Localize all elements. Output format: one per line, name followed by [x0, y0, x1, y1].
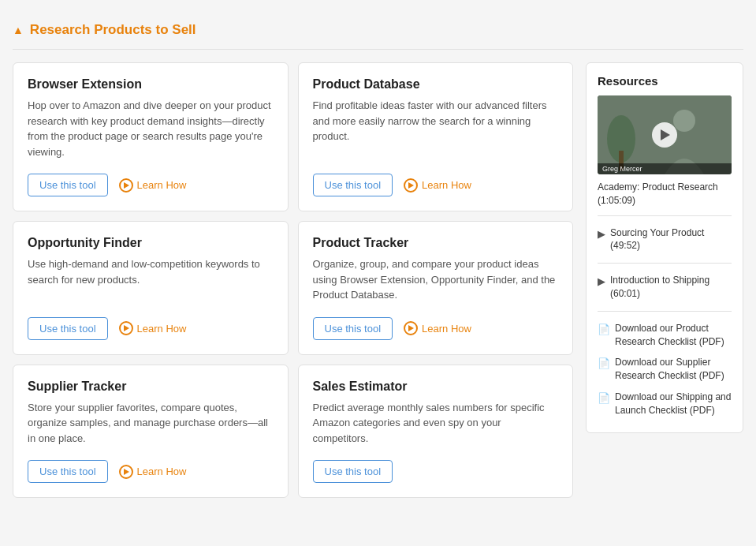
tool-card-opportunity-finder: Opportunity Finder Use high-demand and l…	[13, 221, 289, 355]
learn-how-link-product-database[interactable]: Learn How	[404, 178, 471, 193]
section-header: ▲ Research Products to Sell	[13, 13, 743, 50]
resource-label-product-checklist: Download our Product Research Checklist …	[615, 322, 732, 349]
tool-desc-product-tracker: Organize, group, and compare your produc…	[313, 256, 559, 303]
resource-label-sourcing: Sourcing Your Product (49:52)	[610, 226, 732, 253]
resource-item-supplier-checklist[interactable]: 📄 Download our Supplier Research Checkli…	[598, 352, 732, 387]
tools-grid: Browser Extension Hop over to Amazon and…	[13, 62, 573, 498]
divider-2	[598, 263, 732, 264]
chevron-up-icon[interactable]: ▲	[13, 24, 24, 36]
tool-desc-browser-extension: Hop over to Amazon and dive deeper on yo…	[28, 98, 274, 159]
tool-card-browser-extension: Browser Extension Hop over to Amazon and…	[13, 62, 289, 211]
svg-point-1	[673, 110, 695, 132]
use-tool-button-opportunity-finder[interactable]: Use this tool	[28, 317, 108, 340]
sidebar: Resources	[586, 62, 743, 498]
tool-card-product-tracker: Product Tracker Organize, group, and com…	[298, 221, 574, 355]
tool-actions-product-tracker: Use this tool Learn How	[313, 317, 559, 340]
divider-3	[598, 311, 732, 312]
tool-card-sales-estimator: Sales Estimator Predict average monthly …	[298, 365, 574, 499]
tool-actions-opportunity-finder: Use this tool Learn How	[28, 317, 274, 340]
use-tool-button-supplier-tracker[interactable]: Use this tool	[28, 460, 108, 483]
play-icon-product-tracker	[404, 321, 418, 335]
pdf-icon-product-checklist: 📄	[598, 323, 610, 337]
resources-title: Resources	[598, 74, 732, 88]
tool-actions-browser-extension: Use this tool Learn How	[28, 174, 274, 196]
page-wrapper: ▲ Research Products to Sell Browser Exte…	[0, 0, 756, 546]
video-thumbnail[interactable]: Greg Mercer	[598, 95, 732, 174]
tool-title-opportunity-finder: Opportunity Finder	[28, 236, 274, 250]
play-circle-icon-shipping: ▶	[598, 275, 605, 289]
use-tool-button-product-database[interactable]: Use this tool	[313, 174, 393, 196]
learn-how-link-opportunity-finder[interactable]: Learn How	[119, 321, 187, 335]
play-icon-opportunity-finder	[119, 321, 133, 335]
tool-title-product-tracker: Product Tracker	[313, 236, 559, 250]
resource-item-sourcing[interactable]: ▶ Sourcing Your Product (49:52)	[598, 223, 732, 257]
video-label-bar: Greg Mercer	[598, 163, 732, 174]
tool-title-sales-estimator: Sales Estimator	[313, 380, 559, 394]
video-caption: Academy: Product Research (1:05:09)	[598, 181, 732, 208]
learn-how-link-product-tracker[interactable]: Learn How	[404, 321, 471, 335]
tool-card-product-database: Product Database Find profitable ideas f…	[298, 62, 574, 211]
use-tool-button-browser-extension[interactable]: Use this tool	[28, 174, 108, 196]
resource-item-launch-checklist[interactable]: 📄 Download our Shipping and Launch Check…	[598, 387, 732, 421]
play-circle-icon-sourcing: ▶	[598, 227, 605, 241]
resource-item-product-checklist[interactable]: 📄 Download our Product Research Checklis…	[598, 318, 732, 353]
tool-desc-opportunity-finder: Use high-demand and low-competition keyw…	[28, 256, 274, 303]
play-icon-supplier-tracker	[119, 465, 133, 479]
use-tool-button-product-tracker[interactable]: Use this tool	[313, 317, 393, 340]
resource-label-shipping: Introduction to Shipping (60:01)	[610, 274, 732, 301]
tool-title-supplier-tracker: Supplier Tracker	[28, 380, 274, 394]
learn-how-label-product-database: Learn How	[422, 179, 471, 191]
video-play-triangle	[661, 129, 670, 140]
tool-actions-supplier-tracker: Use this tool Learn How	[28, 460, 274, 483]
resource-label-supplier-checklist: Download our Supplier Research Checklist…	[615, 356, 732, 383]
learn-how-label-supplier-tracker: Learn How	[137, 466, 187, 477]
tool-desc-supplier-tracker: Store your supplier favorites, compare q…	[28, 400, 274, 447]
resource-label-launch-checklist: Download our Shipping and Launch Checkli…	[615, 391, 732, 417]
tool-title-browser-extension: Browser Extension	[28, 77, 274, 92]
divider-1	[598, 215, 732, 216]
content-area: Browser Extension Hop over to Amazon and…	[13, 62, 743, 498]
tool-desc-product-database: Find profitable ideas faster with our ad…	[313, 98, 559, 159]
resources-panel: Resources	[586, 62, 743, 433]
learn-how-label-product-tracker: Learn How	[422, 323, 471, 335]
learn-how-link-supplier-tracker[interactable]: Learn How	[119, 465, 187, 479]
learn-how-label-browser-extension: Learn How	[137, 179, 187, 191]
resource-item-shipping-intro[interactable]: ▶ Introduction to Shipping (60:01)	[598, 270, 732, 305]
pdf-icon-launch-checklist: 📄	[598, 391, 610, 406]
tool-title-product-database: Product Database	[313, 77, 559, 92]
learn-how-link-browser-extension[interactable]: Learn How	[119, 178, 187, 193]
tool-actions-product-database: Use this tool Learn How	[313, 174, 559, 196]
tool-desc-sales-estimator: Predict average monthly sales numbers fo…	[313, 400, 559, 447]
use-tool-button-sales-estimator[interactable]: Use this tool	[313, 460, 393, 483]
video-play-button[interactable]	[652, 122, 677, 148]
play-icon-product-database	[404, 178, 418, 193]
section-title: Research Products to Sell	[30, 22, 196, 38]
pdf-icon-supplier-checklist: 📄	[598, 357, 610, 371]
learn-how-label-opportunity-finder: Learn How	[137, 323, 187, 335]
tool-actions-sales-estimator: Use this tool	[313, 460, 559, 483]
tool-card-supplier-tracker: Supplier Tracker Store your supplier fav…	[13, 365, 289, 499]
play-icon-browser-extension	[119, 178, 133, 193]
